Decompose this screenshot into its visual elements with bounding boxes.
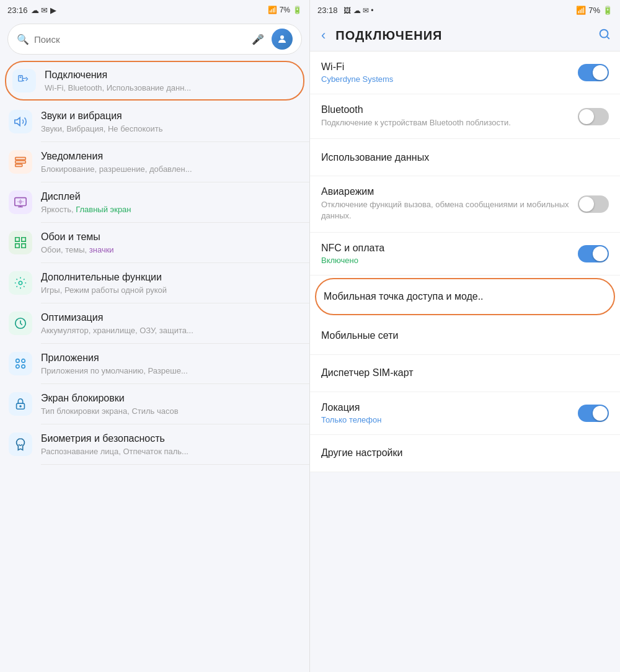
sidebar-item-display[interactable]: Дисплей Яркость, Главный экран [0, 182, 309, 222]
sidebar-item-apps[interactable]: Приложения Приложения по умолчанию, Разр… [0, 344, 309, 383]
setting-bluetooth[interactable]: Bluetooth Подключение к устройствам Blue… [310, 94, 620, 139]
svg-point-14 [22, 365, 25, 369]
setting-wifi[interactable]: Wi-Fi Cyberdyne Systems [310, 52, 620, 94]
settings-list: Wi-Fi Cyberdyne Systems Bluetooth Подклю… [310, 52, 620, 472]
location-toggle[interactable] [578, 405, 609, 422]
optimization-subtitle: Аккумулятор, хранилище, ОЗУ, защита... [41, 326, 301, 335]
svg-rect-2 [20, 77, 22, 78]
nfc-subtitle: Включено [321, 256, 578, 265]
sidebar-item-sound[interactable]: Звуки и вибрация Звуки, Вибрация, Не бес… [0, 102, 309, 141]
nfc-title: NFC и оплата [321, 243, 578, 254]
sidebar-item-functions[interactable]: Дополнительные функции Игры, Режим работ… [0, 263, 309, 303]
sidebar-item-connections[interactable]: Подключения Wi-Fi, Bluetooth, Использова… [5, 61, 304, 101]
wallpaper-icon [9, 231, 32, 254]
location-text: Локация Только телефон [321, 402, 578, 424]
functions-title: Дополнительные функции [41, 271, 301, 284]
biometry-text: Биометрия и безопасность Распознавание л… [41, 432, 301, 456]
display-icon [9, 190, 32, 214]
setting-mobile-networks[interactable]: Мобильные сети [310, 318, 620, 355]
bluetooth-toggle[interactable] [578, 108, 609, 125]
wallpaper-subtitle: Обои, темы, значки [41, 245, 301, 254]
nfc-text: NFC и оплата Включено [321, 243, 578, 265]
right-panel: 23:18 🖼 ☁ ✉ • 📶 7% 🔋 ‹ ПОДКЛЮЧЕНИЯ Wi-Fi [310, 0, 620, 672]
connections-icon [12, 69, 36, 92]
connections-text: Подключения Wi-Fi, Bluetooth, Использова… [45, 69, 297, 92]
sound-icon [9, 110, 32, 133]
right-battery: 7% [588, 6, 600, 15]
page-title: ПОДКЛЮЧЕНИЯ [335, 29, 590, 43]
connections-title: Подключения [45, 69, 297, 82]
nfc-toggle[interactable] [578, 245, 609, 262]
left-time: 23:16 [7, 6, 28, 15]
svg-point-13 [16, 365, 20, 369]
airplane-toggle[interactable] [578, 195, 609, 213]
sidebar-item-wallpaper[interactable]: Обои и темы Обои, темы, значки [0, 223, 309, 262]
left-battery: 7% [280, 6, 290, 14]
other-text: Другие настройки [321, 447, 609, 459]
svg-rect-4 [16, 158, 26, 160]
left-status-time: 23:16 ☁ ✉ ▶ [7, 6, 56, 15]
sim-manager-text: Диспетчер SIM-карт [321, 367, 609, 379]
right-wifi-icon: 📶 [576, 6, 586, 15]
lockscreen-text: Экран блокировки Тип блокировки экрана, … [41, 392, 301, 416]
wifi-toggle[interactable] [578, 64, 609, 81]
hotspot-text: Мобильная точка доступа и моде.. [324, 291, 606, 302]
bluetooth-title: Bluetooth [321, 104, 578, 115]
functions-subtitle: Игры, Режим работы одной рукой [41, 285, 301, 295]
apps-subtitle: Приложения по умолчанию, Разреше... [41, 366, 301, 375]
setting-hotspot[interactable]: Мобильная точка доступа и моде.. [315, 278, 615, 315]
left-status-bar: 23:16 ☁ ✉ ▶ 📶 7% 🔋 [0, 0, 309, 20]
sound-text: Звуки и вибрация Звуки, Вибрация, Не бес… [41, 110, 301, 133]
sidebar-item-biometry[interactable]: Биометрия и безопасность Распознавание л… [0, 424, 309, 464]
bluetooth-subtitle: Подключение к устройствам Bluetooth побл… [321, 117, 578, 128]
right-battery-icon: 🔋 [603, 6, 613, 15]
right-time: 23:18 [317, 6, 338, 15]
lockscreen-icon [9, 392, 32, 416]
setting-other[interactable]: Другие настройки [310, 435, 620, 472]
hotspot-title: Мобильная точка доступа и моде.. [324, 291, 606, 302]
setting-nfc[interactable]: NFC и оплата Включено [310, 233, 620, 276]
other-title: Другие настройки [321, 447, 609, 459]
left-panel: 23:16 ☁ ✉ ▶ 📶 7% 🔋 🔍 🎤 [0, 0, 310, 672]
connections-subtitle: Wi-Fi, Bluetooth, Использование данн... [45, 83, 297, 92]
location-title: Локация [321, 402, 578, 413]
right-status-bar: 23:18 🖼 ☁ ✉ • 📶 7% 🔋 [310, 0, 620, 20]
svg-point-11 [16, 359, 20, 363]
notifications-text: Уведомления Блокирование, разрешение, до… [41, 150, 301, 174]
setting-sim-manager[interactable]: Диспетчер SIM-карт [310, 355, 620, 392]
right-status-left: 23:18 🖼 ☁ ✉ • [317, 6, 373, 15]
setting-data-usage[interactable]: Использование данных [310, 139, 620, 176]
svg-rect-1 [19, 76, 22, 81]
functions-text: Дополнительные функции Игры, Режим работ… [41, 271, 301, 295]
setting-airplane[interactable]: Авиарежим Отключение функций вызова, обм… [310, 176, 620, 232]
avatar[interactable] [272, 29, 293, 50]
wallpaper-text: Обои и темы Обои, темы, значки [41, 231, 301, 254]
mic-icon[interactable]: 🎤 [252, 34, 264, 45]
airplane-subtitle: Отключение функций вызова, обмена сообще… [321, 199, 578, 222]
sim-manager-title: Диспетчер SIM-карт [321, 367, 609, 379]
airplane-title: Авиарежим [321, 186, 578, 197]
search-icon: 🔍 [17, 34, 29, 45]
wifi-subtitle: Cyberdyne Systems [321, 74, 578, 84]
wifi-text: Wi-Fi Cyberdyne Systems [321, 61, 578, 84]
sidebar-item-optimization[interactable]: Оптимизация Аккумулятор, хранилище, ОЗУ,… [0, 303, 309, 343]
lockscreen-title: Экран блокировки [41, 392, 301, 405]
sidebar-item-lockscreen[interactable]: Экран блокировки Тип блокировки экрана, … [0, 384, 309, 424]
back-button[interactable]: ‹ [319, 25, 328, 46]
left-status-right: 📶 7% 🔋 [268, 6, 302, 14]
svg-point-16 [20, 406, 21, 407]
search-input[interactable] [34, 34, 247, 45]
header-search-button[interactable] [598, 27, 611, 44]
svg-rect-5 [16, 161, 26, 163]
apps-title: Приложения [41, 352, 301, 365]
notifications-icon [9, 150, 32, 174]
svg-point-8 [19, 200, 22, 203]
optimization-icon [9, 311, 32, 335]
left-status-icons: ☁ ✉ ▶ [31, 6, 56, 15]
setting-location[interactable]: Локация Только телефон [310, 392, 620, 435]
search-bar[interactable]: 🔍 🎤 [7, 24, 302, 55]
optimization-text: Оптимизация Аккумулятор, хранилище, ОЗУ,… [41, 311, 301, 335]
sidebar-item-notifications[interactable]: Уведомления Блокирование, разрешение, до… [0, 142, 309, 182]
bluetooth-text: Bluetooth Подключение к устройствам Blue… [321, 104, 578, 128]
mobile-networks-text: Мобильные сети [321, 330, 609, 341]
